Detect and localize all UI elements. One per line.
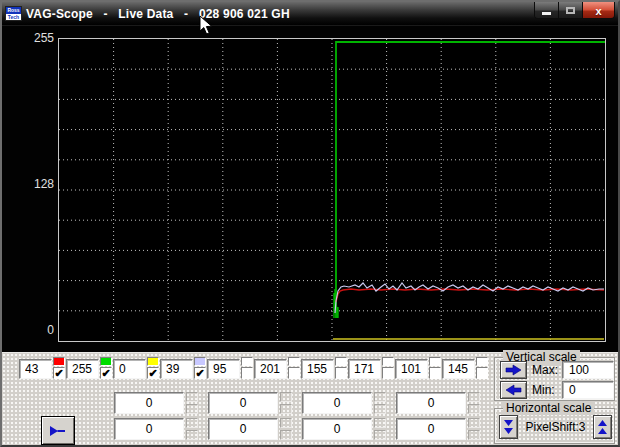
double-up-arrow-icon [597, 419, 608, 435]
pixelshift-increase-button[interactable] [593, 415, 612, 439]
group-value-input-r2-1[interactable] [114, 418, 184, 440]
channel-color-swatch-1[interactable] [53, 357, 65, 366]
channel-color-swatch-4[interactable] [194, 357, 206, 366]
plot-area [58, 38, 606, 342]
channel-value-input-8[interactable] [348, 359, 381, 379]
channel-10 [442, 357, 488, 389]
group-connector-r1-2-1 [280, 392, 292, 402]
group-connector-r1-1-2 [186, 404, 198, 414]
channel-value-input-6[interactable] [254, 359, 287, 379]
channel-value-input-3[interactable] [113, 359, 146, 379]
group-value-input-r1-2[interactable] [208, 392, 278, 414]
channel-4: ✔ [160, 357, 206, 389]
channel-6 [254, 357, 300, 389]
window-title: VAG-Scope - Live Data - 028 906 021 GH [26, 7, 290, 21]
group-connector-r2-1-1 [186, 418, 198, 428]
y-axis-label-0: 0 [2, 323, 54, 337]
group-connector-r1-4-2 [468, 404, 480, 414]
group-value-input-r2-2[interactable] [208, 418, 278, 440]
min-value-input[interactable] [562, 381, 614, 399]
plot-canvas [59, 39, 605, 341]
group-connector-r2-4-1 [468, 418, 480, 428]
maximize-button[interactable] [559, 2, 583, 19]
close-icon: x [595, 5, 601, 17]
channel-color-swatch-9[interactable] [429, 357, 441, 366]
group-connector-r2-2-2 [280, 430, 292, 440]
channel-checkbox-5[interactable] [241, 367, 253, 379]
trace-green [336, 42, 605, 318]
arrow-left-icon [505, 384, 522, 396]
group-value-input-r2-3[interactable] [302, 418, 372, 440]
y-axis-label-255: 255 [2, 31, 54, 45]
minimize-button[interactable] [535, 2, 559, 19]
group-connector-r2-4-2 [468, 430, 480, 440]
channel-3: ✔ [113, 357, 159, 389]
arrow-right-icon [505, 364, 522, 376]
group-connector-r2-3-2 [374, 430, 386, 440]
channel-value-input-1[interactable] [19, 359, 52, 379]
min-arrow-button[interactable] [500, 381, 527, 399]
channel-checkbox-4[interactable]: ✔ [194, 367, 206, 379]
channel-7 [301, 357, 347, 389]
app-icon-bottom-label: Tech [6, 14, 21, 21]
channel-value-input-2[interactable] [66, 359, 99, 379]
channel-value-input-10[interactable] [442, 359, 475, 379]
group-connector-r1-3-2 [374, 404, 386, 414]
channel-color-swatch-6[interactable] [288, 357, 300, 366]
channel-9 [395, 357, 441, 389]
control-panel: ✔✔✔✔ Vertical scale Max: [2, 352, 618, 445]
group-value-input-r1-1[interactable] [114, 392, 184, 414]
channel-color-swatch-3[interactable] [147, 357, 159, 366]
channel-color-swatch-7[interactable] [335, 357, 347, 366]
close-button[interactable]: x [583, 2, 614, 19]
window-controls: x [534, 2, 615, 19]
group-value-input-r1-3[interactable] [302, 392, 372, 414]
group-connector-r1-4-1 [468, 392, 480, 402]
channel-1: ✔ [19, 357, 65, 389]
scope-display: 255 128 0 [2, 26, 618, 352]
channels-row: ✔✔✔✔ [19, 357, 488, 389]
channel-value-input-4[interactable] [160, 359, 193, 379]
channel-checkbox-8[interactable] [382, 367, 394, 379]
channel-checkbox-1[interactable]: ✔ [53, 367, 65, 379]
group-value-input-r2-4[interactable] [396, 418, 466, 440]
channel-checkbox-3[interactable]: ✔ [147, 367, 159, 379]
channel-color-swatch-2[interactable] [100, 357, 112, 366]
horizontal-scale-group: Horizontal scale PixelShift:3 [494, 408, 615, 444]
title-bar[interactable]: Ross Tech VAG-Scope - Live Data - 028 90… [2, 2, 618, 26]
channel-color-swatch-10[interactable] [476, 357, 488, 366]
group-connector-r1-3-1 [374, 392, 386, 402]
max-label: Max: [532, 363, 562, 377]
double-down-arrow-icon [503, 419, 514, 435]
channel-checkbox-6[interactable] [288, 367, 300, 379]
y-axis-label-128: 128 [2, 177, 54, 191]
play-button[interactable] [41, 416, 75, 445]
channel-checkbox-7[interactable] [335, 367, 347, 379]
group-connector-r2-1-2 [186, 430, 198, 440]
app-icon: Ross Tech [5, 6, 22, 21]
channel-value-input-5[interactable] [207, 359, 240, 379]
group-connector-r2-3-1 [374, 418, 386, 428]
channel-checkbox-10[interactable] [476, 367, 488, 379]
channel-color-swatch-5[interactable] [241, 357, 253, 366]
group-connector-r2-2-1 [280, 418, 292, 428]
max-arrow-button[interactable] [500, 361, 527, 379]
min-label: Min: [532, 383, 562, 397]
group-value-input-r1-4[interactable] [396, 392, 466, 414]
group-connector-r1-2-2 [280, 404, 292, 414]
channel-2: ✔ [66, 357, 112, 389]
pixelshift-decrease-button[interactable] [499, 415, 518, 439]
max-value-input[interactable] [562, 361, 614, 379]
plot-grid [59, 39, 605, 341]
channel-checkbox-9[interactable] [429, 367, 441, 379]
channel-color-swatch-8[interactable] [382, 357, 394, 366]
channel-value-input-9[interactable] [395, 359, 428, 379]
vertical-scale-group: Vertical scale Max: Min: [494, 357, 615, 401]
trace-lavender [335, 283, 604, 313]
group-connector-r1-1-1 [186, 392, 198, 402]
channel-5 [207, 357, 253, 389]
channel-value-input-7[interactable] [301, 359, 334, 379]
pixelshift-label: PixelShift:3 [518, 420, 593, 434]
mouse-cursor [199, 15, 213, 36]
channel-checkbox-2[interactable]: ✔ [100, 367, 112, 379]
